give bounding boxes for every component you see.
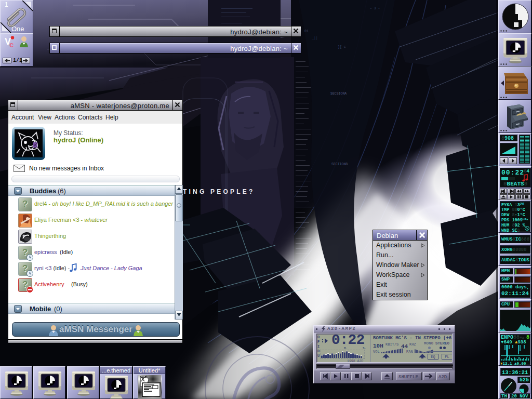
svg-text:A2D: A2D	[438, 375, 447, 380]
svg-text:TING PEOPLE?: TING PEOPLE?	[183, 188, 255, 195]
svg-text:c: c	[9, 40, 14, 47]
svg-text:SHUFFLE: SHUFFLE	[398, 375, 418, 380]
svg-text:SECTIONB: SECTIONB	[331, 163, 348, 166]
svg-text:SECSIONA: SECSIONA	[330, 92, 347, 96]
svg-text:- 3 -: - 3 -	[370, 7, 380, 10]
svg-text:_||: _||	[311, 36, 318, 40]
svg-text:][ c: ][ c	[338, 45, 346, 49]
svg-text:01: 01	[304, 30, 309, 33]
